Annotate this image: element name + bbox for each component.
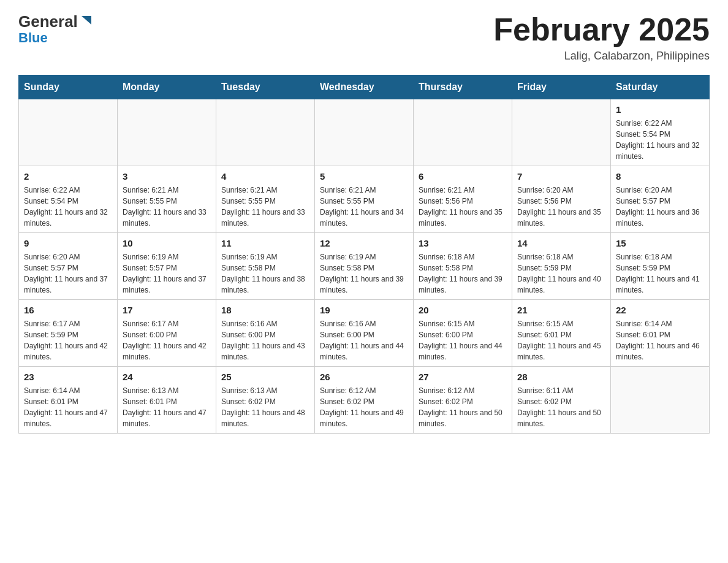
day-info: Sunrise: 6:20 AMSunset: 5:57 PMDaylight:… — [24, 251, 112, 296]
day-number: 13 — [419, 237, 507, 250]
calendar-cell: 27Sunrise: 6:12 AMSunset: 6:02 PMDayligh… — [414, 367, 512, 434]
day-info: Sunrise: 6:15 AMSunset: 6:01 PMDaylight:… — [517, 318, 605, 362]
day-info: Sunrise: 6:13 AMSunset: 6:01 PMDaylight:… — [123, 385, 211, 429]
day-info: Sunrise: 6:21 AMSunset: 5:55 PMDaylight:… — [123, 185, 211, 229]
day-number: 4 — [221, 170, 309, 183]
calendar-cell: 8Sunrise: 6:20 AMSunset: 5:57 PMDaylight… — [611, 166, 710, 233]
calendar-cell — [315, 99, 414, 166]
day-info: Sunrise: 6:17 AMSunset: 6:00 PMDaylight:… — [123, 318, 211, 362]
calendar-cell: 25Sunrise: 6:13 AMSunset: 6:02 PMDayligh… — [216, 367, 315, 434]
day-number: 23 — [24, 370, 112, 383]
day-of-week-sunday: Sunday — [19, 75, 118, 99]
calendar-cell: 18Sunrise: 6:16 AMSunset: 6:00 PMDayligh… — [216, 300, 315, 367]
calendar-cell — [118, 99, 216, 166]
day-info: Sunrise: 6:18 AMSunset: 5:59 PMDaylight:… — [517, 251, 605, 296]
day-of-week-monday: Monday — [118, 75, 216, 99]
day-number: 16 — [24, 304, 112, 316]
day-number: 17 — [123, 304, 211, 316]
calendar-header: SundayMondayTuesdayWednesdayThursdayFrid… — [19, 75, 710, 99]
calendar-cell: 26Sunrise: 6:12 AMSunset: 6:02 PMDayligh… — [315, 367, 414, 434]
day-of-week-wednesday: Wednesday — [315, 75, 414, 99]
day-info: Sunrise: 6:12 AMSunset: 6:02 PMDaylight:… — [320, 385, 408, 429]
calendar-cell: 19Sunrise: 6:16 AMSunset: 6:00 PMDayligh… — [315, 300, 414, 367]
day-number: 14 — [517, 237, 605, 250]
day-info: Sunrise: 6:22 AMSunset: 5:54 PMDaylight:… — [24, 185, 112, 229]
calendar-cell: 14Sunrise: 6:18 AMSunset: 5:59 PMDayligh… — [512, 233, 611, 300]
day-info: Sunrise: 6:14 AMSunset: 6:01 PMDaylight:… — [24, 385, 112, 429]
day-info: Sunrise: 6:21 AMSunset: 5:55 PMDaylight:… — [221, 185, 309, 229]
calendar-cell: 20Sunrise: 6:15 AMSunset: 6:00 PMDayligh… — [414, 300, 512, 367]
calendar-cell: 3Sunrise: 6:21 AMSunset: 5:55 PMDaylight… — [118, 166, 216, 233]
calendar-cell: 7Sunrise: 6:20 AMSunset: 5:56 PMDaylight… — [512, 166, 611, 233]
location-text: Lalig, Calabarzon, Philippines — [493, 50, 710, 63]
day-info: Sunrise: 6:19 AMSunset: 5:58 PMDaylight:… — [221, 251, 309, 296]
day-number: 18 — [221, 304, 309, 316]
calendar-cell — [216, 99, 315, 166]
day-number: 8 — [616, 170, 704, 183]
day-info: Sunrise: 6:14 AMSunset: 6:01 PMDaylight:… — [616, 318, 704, 362]
calendar-cell: 11Sunrise: 6:19 AMSunset: 5:58 PMDayligh… — [216, 233, 315, 300]
day-number: 27 — [419, 370, 507, 383]
day-number: 10 — [123, 237, 211, 250]
calendar-week-row: 2Sunrise: 6:22 AMSunset: 5:54 PMDaylight… — [19, 166, 710, 233]
day-of-week-friday: Friday — [512, 75, 611, 99]
day-number: 5 — [320, 170, 408, 183]
day-of-week-saturday: Saturday — [611, 75, 710, 99]
day-info: Sunrise: 6:21 AMSunset: 5:55 PMDaylight:… — [320, 185, 408, 229]
calendar-cell: 4Sunrise: 6:21 AMSunset: 5:55 PMDaylight… — [216, 166, 315, 233]
days-of-week-row: SundayMondayTuesdayWednesdayThursdayFrid… — [19, 75, 710, 99]
day-info: Sunrise: 6:21 AMSunset: 5:56 PMDaylight:… — [419, 185, 507, 229]
day-number: 22 — [616, 304, 704, 316]
calendar-cell: 9Sunrise: 6:20 AMSunset: 5:57 PMDaylight… — [19, 233, 118, 300]
day-info: Sunrise: 6:16 AMSunset: 6:00 PMDaylight:… — [221, 318, 309, 362]
day-info: Sunrise: 6:18 AMSunset: 5:59 PMDaylight:… — [616, 251, 704, 296]
calendar-cell: 13Sunrise: 6:18 AMSunset: 5:58 PMDayligh… — [414, 233, 512, 300]
day-info: Sunrise: 6:15 AMSunset: 6:00 PMDaylight:… — [419, 318, 507, 362]
day-info: Sunrise: 6:19 AMSunset: 5:57 PMDaylight:… — [123, 251, 211, 296]
calendar-cell: 12Sunrise: 6:19 AMSunset: 5:58 PMDayligh… — [315, 233, 414, 300]
day-number: 12 — [320, 237, 408, 250]
day-number: 25 — [221, 370, 309, 383]
day-number: 28 — [517, 370, 605, 383]
day-number: 3 — [123, 170, 211, 183]
calendar-cell — [19, 99, 118, 166]
day-info: Sunrise: 6:13 AMSunset: 6:02 PMDaylight:… — [221, 385, 309, 429]
calendar-week-row: 23Sunrise: 6:14 AMSunset: 6:01 PMDayligh… — [19, 367, 710, 434]
calendar-cell: 22Sunrise: 6:14 AMSunset: 6:01 PMDayligh… — [611, 300, 710, 367]
calendar-cell: 6Sunrise: 6:21 AMSunset: 5:56 PMDaylight… — [414, 166, 512, 233]
calendar-body: 1Sunrise: 6:22 AMSunset: 5:54 PMDaylight… — [19, 99, 710, 434]
calendar-cell: 10Sunrise: 6:19 AMSunset: 5:57 PMDayligh… — [118, 233, 216, 300]
day-info: Sunrise: 6:11 AMSunset: 6:02 PMDaylight:… — [517, 385, 605, 429]
day-number: 26 — [320, 370, 408, 383]
calendar-cell: 15Sunrise: 6:18 AMSunset: 5:59 PMDayligh… — [611, 233, 710, 300]
calendar-cell: 21Sunrise: 6:15 AMSunset: 6:01 PMDayligh… — [512, 300, 611, 367]
day-of-week-thursday: Thursday — [414, 75, 512, 99]
day-number: 19 — [320, 304, 408, 316]
day-of-week-tuesday: Tuesday — [216, 75, 315, 99]
logo-triangle-icon — [79, 13, 93, 27]
day-info: Sunrise: 6:20 AMSunset: 5:56 PMDaylight:… — [517, 185, 605, 229]
page-header: General Blue February 2025 Lalig, Calaba… — [18, 12, 710, 63]
calendar-week-row: 9Sunrise: 6:20 AMSunset: 5:57 PMDaylight… — [19, 233, 710, 300]
calendar-cell — [414, 99, 512, 166]
calendar-cell — [611, 367, 710, 434]
day-number: 6 — [419, 170, 507, 183]
calendar-cell — [512, 99, 611, 166]
calendar-cell: 1Sunrise: 6:22 AMSunset: 5:54 PMDaylight… — [611, 99, 710, 166]
day-number: 24 — [123, 370, 211, 383]
day-number: 21 — [517, 304, 605, 316]
day-number: 9 — [24, 237, 112, 250]
day-info: Sunrise: 6:20 AMSunset: 5:57 PMDaylight:… — [616, 185, 704, 229]
calendar-cell: 28Sunrise: 6:11 AMSunset: 6:02 PMDayligh… — [512, 367, 611, 434]
day-info: Sunrise: 6:22 AMSunset: 5:54 PMDaylight:… — [616, 118, 704, 162]
day-number: 20 — [419, 304, 507, 316]
calendar-cell: 23Sunrise: 6:14 AMSunset: 6:01 PMDayligh… — [19, 367, 118, 434]
calendar-cell: 16Sunrise: 6:17 AMSunset: 5:59 PMDayligh… — [19, 300, 118, 367]
calendar-week-row: 1Sunrise: 6:22 AMSunset: 5:54 PMDaylight… — [19, 99, 710, 166]
calendar-cell: 24Sunrise: 6:13 AMSunset: 6:01 PMDayligh… — [118, 367, 216, 434]
logo-area: General Blue — [18, 12, 93, 46]
title-area: February 2025 Lalig, Calabarzon, Philipp… — [493, 12, 710, 63]
day-number: 15 — [616, 237, 704, 250]
day-number: 2 — [24, 170, 112, 183]
day-number: 11 — [221, 237, 309, 250]
